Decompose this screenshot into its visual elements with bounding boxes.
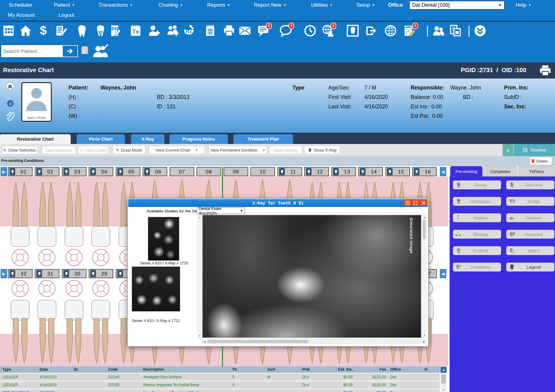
treatment-plan-icon[interactable]: Tx (130, 25, 144, 38)
tooth-button-14[interactable]: 14 (358, 167, 383, 176)
tooth-button-30[interactable]: 30 (62, 269, 87, 278)
scroll-teeth-left-icon[interactable]: ▶ (1, 167, 7, 176)
tab-progress-notes[interactable]: Progress Notes (169, 134, 228, 144)
menu-item-setup[interactable]: Setup▼ (356, 2, 375, 8)
sidebar-button-denture[interactable]: Denture (506, 213, 554, 222)
column-header-code[interactable]: Code (108, 367, 142, 372)
image-horizontal-scrollbar[interactable]: ◀ ▶ (202, 339, 426, 344)
documents-icon[interactable] (449, 25, 463, 38)
tooth-history-button[interactable]: Tooth History (269, 146, 302, 154)
tooth-button-12[interactable]: 12 (304, 167, 329, 176)
show-x-ray-button[interactable]: Show X-Ray (304, 146, 340, 154)
tooth-button-02[interactable]: 02 (35, 167, 59, 176)
sidebar-button-impacted[interactable]: Impacted (506, 230, 554, 239)
chat-notes-icon[interactable]: 0 (257, 25, 271, 38)
tooth-button-10[interactable]: 10 (250, 167, 275, 176)
study-select[interactable]: Dental Exam (5/1/2020) ▼ (197, 208, 245, 214)
payments-icon[interactable]: $ (37, 25, 51, 38)
tooth-button-31[interactable]: 31 (35, 269, 59, 278)
scroll-up-icon[interactable]: ▲ (423, 216, 426, 219)
timeline-button[interactable]: Timeline (514, 144, 555, 156)
menu-item-patient[interactable]: Patient▼ (54, 2, 75, 8)
progress-notes-icon[interactable]: PN (110, 25, 124, 38)
add-family-icon[interactable] (167, 25, 181, 38)
tooth-chart-icon[interactable] (347, 25, 361, 38)
column-header-th[interactable]: Th (232, 367, 266, 372)
tooth-button-03[interactable]: 03 (62, 167, 87, 176)
xray-dialog-title[interactable]: X-Ray for Tooth # 01 (128, 199, 428, 207)
menu-item-report-new[interactable]: Report New▼ (254, 2, 286, 8)
tooth-button-29[interactable]: 29 (89, 269, 113, 278)
quick-notes-icon[interactable] (204, 25, 218, 38)
online-schedule-icon[interactable]: 0 (404, 25, 418, 38)
tooth-button-11[interactable]: 11 (278, 167, 302, 176)
tooth-button-15[interactable]: 15 (385, 167, 410, 176)
patient-photo-placeholder[interactable]: Add a Photo (21, 82, 52, 122)
online-patient-icon[interactable]: 0 (322, 25, 336, 38)
column-header-fee[interactable]: Fee (355, 367, 386, 372)
messages-icon[interactable]: 0 (280, 25, 294, 38)
sidebar-tab-txplans[interactable]: TxPlans (518, 166, 555, 177)
tooth-icon[interactable] (76, 25, 90, 38)
xray-thumbnail-1[interactable] (148, 217, 179, 261)
column-header-date[interactable]: Date (40, 367, 72, 372)
column-header-description[interactable]: Description (143, 367, 231, 372)
menu-item-office[interactable]: Office (388, 2, 403, 8)
search-input[interactable] (2, 46, 62, 57)
scroll-down-icon[interactable]: ▼ (198, 334, 201, 338)
ledger-icon[interactable] (55, 25, 69, 38)
sidebar-button-missing[interactable]: ?Missing (453, 230, 501, 239)
tooth-button-16[interactable]: 16 (412, 167, 437, 176)
column-header-type[interactable]: Type (2, 367, 38, 372)
last-selection-button[interactable]: Last Selection (42, 146, 76, 154)
table-row[interactable]: PRE-EXISTING5/1/2020New Permanent Dentit… (0, 389, 440, 392)
tooth-button-13[interactable]: 13 (331, 167, 356, 176)
table-row[interactable]: LEDGER4/16/2020D2140Amalgam One Surface3… (0, 373, 440, 381)
sidebar-button-restoration[interactable]: Restoration (453, 197, 501, 206)
scroll-down-icon[interactable]: ▼ (440, 388, 447, 392)
search-go-button[interactable] (63, 46, 77, 57)
scroll-right-icon[interactable]: ▶ (423, 340, 425, 343)
scrollbar-thumb[interactable] (423, 220, 426, 239)
ada-codes-button[interactable]: ⟨/⟩ADA Codes (78, 146, 109, 154)
mail-icon[interactable] (239, 25, 253, 38)
menu-item-scheduler[interactable]: Scheduler (9, 2, 32, 8)
paperclip-attachment-icon[interactable] (5, 112, 15, 124)
patient-list-check-icon[interactable] (91, 44, 109, 59)
menu-item-my-account[interactable]: My Account (8, 12, 35, 18)
tooth-button-06[interactable]: 06 (143, 167, 167, 176)
column-header-surf[interactable]: Surf (267, 367, 301, 372)
delete-button[interactable]: Delete... (530, 157, 552, 165)
close-icon[interactable] (420, 200, 427, 206)
clear-selection-button[interactable]: ↻Clear Selection (2, 146, 37, 154)
tooth-button-04[interactable]: 04 (89, 167, 113, 176)
more-actions-icon[interactable] (474, 25, 488, 38)
maximize-icon[interactable] (412, 200, 419, 206)
office-select[interactable]: Dat Dental [100] ▼ (409, 1, 504, 9)
new-permanent-dentition-button[interactable]: New Permanent Dentition▼ (209, 146, 267, 154)
tooth-button-07[interactable]: 07 (170, 167, 194, 176)
sidebar-button-implant[interactable]: Implant (453, 213, 501, 222)
tooth-button-09[interactable]: 09 (224, 167, 248, 176)
column-header-est-ins-[interactable]: Est. Ins. (331, 367, 353, 372)
draw-mode-button[interactable]: ✎Draw Mode (112, 146, 146, 154)
menu-item-reports[interactable]: Reports▼ (207, 2, 230, 8)
tab-treatment-plan[interactable]: Treatment Plan (233, 134, 293, 144)
sidebar-button-bridge[interactable]: Bridge (506, 197, 554, 206)
sidebar-button-conditions[interactable]: Conditions (453, 263, 501, 271)
time-clock-icon[interactable] (304, 25, 318, 38)
home-icon[interactable] (19, 25, 34, 38)
sidebar-button-defective[interactable]: Defective (506, 180, 554, 189)
sidebar-tab-pre-existing[interactable]: Pre-existing (450, 166, 483, 177)
export-icon[interactable] (364, 25, 378, 38)
menu-item-help[interactable]: Help▼ (516, 2, 531, 8)
scroll-teeth-right-icon[interactable]: ◀ (440, 167, 446, 176)
scroll-down-icon[interactable]: ▼ (423, 334, 426, 337)
column-header-st[interactable]: St (74, 367, 107, 372)
info-icon[interactable]: i (7, 100, 14, 108)
column-header-office[interactable]: Office (390, 367, 424, 372)
menu-item-charting[interactable]: Charting▼ (158, 2, 183, 8)
scheduler-grid-icon[interactable] (2, 25, 16, 38)
print-icon[interactable] (223, 25, 237, 38)
minimize-icon[interactable] (404, 200, 411, 206)
